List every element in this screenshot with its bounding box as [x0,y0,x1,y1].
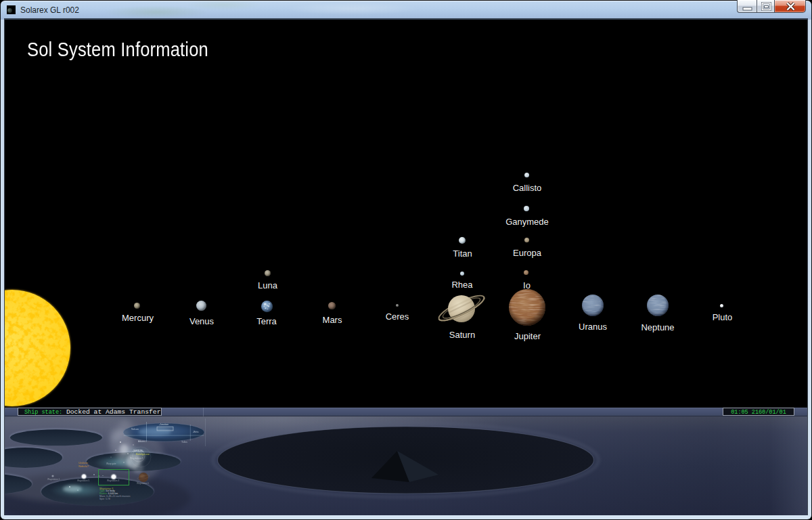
svg-text:Warp gate: Warp gate [106,462,116,465]
svg-text:Adams: Adams [138,440,145,443]
svg-text:Spin: 5.78: Spin: 5.78 [99,498,110,500]
svg-text:Waystation 5: Waystation 5 [137,482,150,485]
svg-text:Betelgeuse: Betelgeuse [136,452,150,456]
svg-text:Tr4ns: Tr4ns [181,441,187,443]
svg-text:Waystation 3: Waystation 3 [107,479,120,482]
svg-text:Waystation 1: Waystation 1 [47,478,60,481]
svg-text:Waystation 5: Waystation 5 [77,479,90,482]
svg-text:Nebula?: Nebula? [78,464,89,468]
svg-text:-Beta: -Beta [193,431,198,433]
svg-text:Waystation 2: Waystation 2 [130,457,143,460]
svg-text:Vulcan: Vulcan [131,428,139,431]
svg-text:-Junction: -Junction [159,423,168,426]
